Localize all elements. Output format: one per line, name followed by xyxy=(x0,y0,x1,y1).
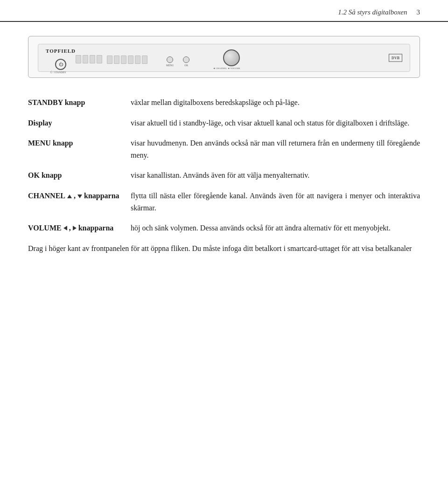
header-title: 1.2 Så styrs digitalboxen xyxy=(28,8,407,16)
channel-down-icon xyxy=(77,195,82,198)
seg-1 xyxy=(76,55,81,63)
volume-desc-text: höj och sänk volymen. Dessa används ocks… xyxy=(131,224,391,232)
display-block: Display visar aktuell tid i standby-läge… xyxy=(28,117,420,129)
volume-term: VOLUME , knapparna xyxy=(28,222,131,234)
seg-5 xyxy=(107,56,112,64)
display-desc: visar aktuell tid i standby-läge, och vi… xyxy=(131,117,420,129)
menu-block: MENU knapp visar huvudmenyn. Den används… xyxy=(28,137,420,161)
standby-desc-text: växlar mellan digitalboxens beredskapslä… xyxy=(131,98,300,106)
menu-term-bold: MENU knapp xyxy=(28,139,73,147)
menu-btn-group: MENU xyxy=(166,56,174,67)
page-header: 1.2 Så styrs digitalboxen 3 xyxy=(0,0,448,22)
brand-label: TOPFIELD xyxy=(46,48,76,54)
dvb-badge: DVB xyxy=(389,54,402,62)
channel-volume-label: ◄ CHANNEL ◄ VOLUME xyxy=(213,67,240,70)
volume-right-icon xyxy=(73,226,77,230)
standby-icon: ⏻ xyxy=(59,62,63,67)
standby-label: Ú / STANDBY xyxy=(50,71,66,74)
standby-circle: ⏻ xyxy=(55,59,66,70)
ok-circle xyxy=(183,56,189,63)
menu-desc-text: visar huvudmenyn. Den används också när … xyxy=(131,139,420,159)
channel-term-content: CHANNEL , knapparna xyxy=(28,190,131,202)
ok-term: OK knapp xyxy=(28,169,131,181)
channel-label: CHANNEL xyxy=(28,190,65,202)
display-group-2 xyxy=(107,56,147,64)
volume-knapparna: knapparna xyxy=(78,222,114,234)
volume-label: VOLUME xyxy=(28,222,62,234)
ok-term-bold: OK knapp xyxy=(28,171,62,179)
display-desc-text: visar aktuell tid i standby-läge, och vi… xyxy=(131,119,409,127)
menu-desc: visar huvudmenyn. Den används också när … xyxy=(131,137,420,161)
volume-left-icon xyxy=(63,226,67,230)
menu-term: MENU knapp xyxy=(28,137,131,161)
volume-comma: , xyxy=(69,222,71,234)
seg-2 xyxy=(83,55,88,63)
display-group-1 xyxy=(76,55,102,63)
channel-desc-text: flytta till nästa eller föregående kanal… xyxy=(131,192,420,212)
channel-comma: , xyxy=(74,190,76,202)
seg-10 xyxy=(142,56,147,64)
standby-desc: växlar mellan digitalboxens beredskapslä… xyxy=(131,97,420,109)
channel-up-icon xyxy=(67,195,72,198)
ok-label: OK xyxy=(184,64,188,67)
standby-block: STANDBY knapp växlar mellan digitalboxen… xyxy=(28,97,420,109)
content-area: STANDBY knapp växlar mellan digitalboxen… xyxy=(0,92,448,273)
seg-6 xyxy=(114,56,119,64)
ok-desc-text: visar kanallistan. Används även för att … xyxy=(131,171,309,179)
volume-desc: höj och sänk volymen. Dessa används ocks… xyxy=(131,222,420,234)
display-term: Display xyxy=(28,117,131,129)
ok-desc: visar kanallistan. Används även för att … xyxy=(131,169,420,181)
last-paragraph: Drag i höger kant av frontpanelen för at… xyxy=(28,243,420,255)
channel-term: CHANNEL , knapparna xyxy=(28,190,131,214)
display-area xyxy=(76,55,102,63)
menu-ok-area: MENU OK xyxy=(166,56,189,71)
seg-4 xyxy=(97,55,102,63)
channel-knapparna: knapparna xyxy=(84,190,119,202)
display-term-bold: Display xyxy=(28,119,52,127)
device-inner: TOPFIELD ⏻ Ú / STANDBY xyxy=(38,44,410,72)
standby-term: STANDBY knapp xyxy=(28,97,131,109)
channel-desc: flytta till nästa eller föregående kanal… xyxy=(131,190,420,214)
seg-3 xyxy=(90,55,95,63)
menu-label: MENU xyxy=(166,64,174,67)
seg-9 xyxy=(135,56,140,64)
standby-term-bold: STANDBY knapp xyxy=(28,98,85,106)
page-number: 3 xyxy=(417,8,420,16)
volume-block: VOLUME , knapparna höj och sänk volymen.… xyxy=(28,222,420,234)
main-knob xyxy=(223,49,240,66)
seg-8 xyxy=(128,56,133,64)
knob-group: ◄ CHANNEL ◄ VOLUME xyxy=(213,49,240,71)
seg-7 xyxy=(121,56,126,64)
menu-circle xyxy=(167,56,173,63)
channel-block: CHANNEL , knapparna flytta till nästa el… xyxy=(28,190,420,214)
device-illustration: TOPFIELD ⏻ Ú / STANDBY xyxy=(28,36,420,78)
volume-term-content: VOLUME , knapparna xyxy=(28,222,131,234)
ok-btn-group: OK xyxy=(183,56,189,67)
ok-block: OK knapp visar kanallistan. Används även… xyxy=(28,169,420,181)
